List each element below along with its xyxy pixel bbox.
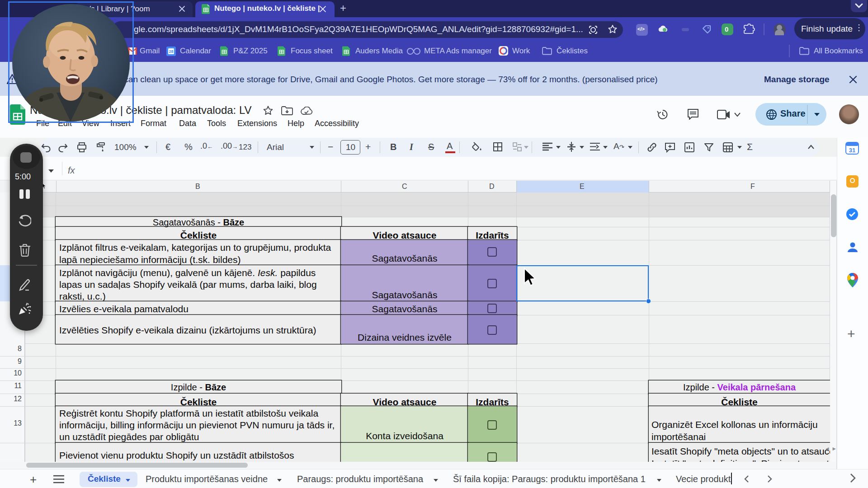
svg-text:31: 31 [849, 147, 855, 154]
svg-text:28: 28 [169, 49, 173, 54]
